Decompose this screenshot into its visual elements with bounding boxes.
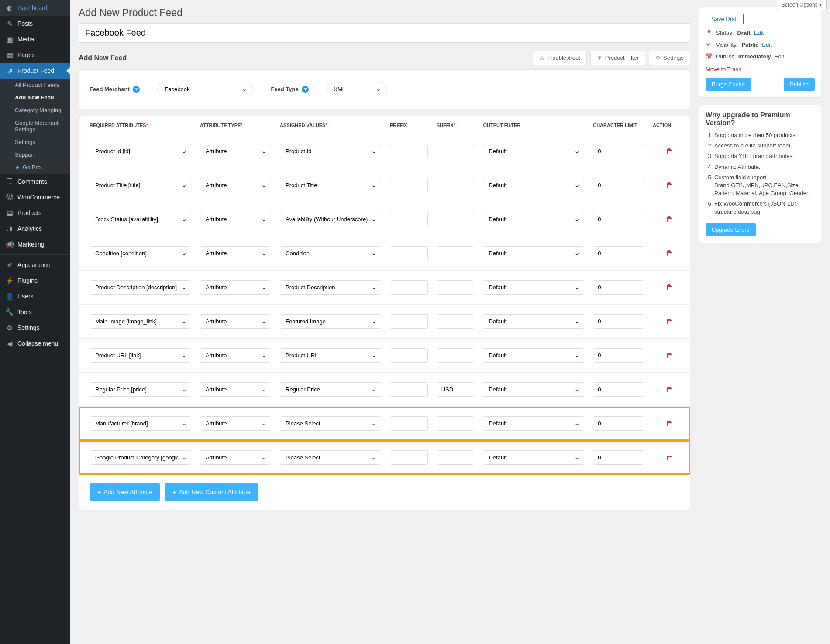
suffix-input[interactable] [437, 450, 475, 465]
submenu-item-settings[interactable]: Settings [0, 136, 70, 148]
trash-icon[interactable]: 🗑 [666, 216, 673, 223]
output-filter-select[interactable]: Default [483, 212, 584, 226]
prefix-input[interactable] [390, 314, 428, 329]
menu-item-product-feed[interactable]: ⇗Product Feed [0, 63, 70, 79]
trash-icon[interactable]: 🗑 [666, 352, 673, 359]
prefix-input[interactable] [390, 212, 428, 226]
menu-item-plugins[interactable]: ⚡Plugins [0, 273, 70, 288]
output-filter-select[interactable]: Default [483, 280, 584, 295]
output-filter-select[interactable]: Default [483, 144, 584, 158]
menu-item-marketing[interactable]: 📢Marketing [0, 236, 70, 252]
char-limit-input[interactable] [593, 246, 644, 260]
menu-item-media[interactable]: ▣Media [0, 31, 70, 47]
save-draft-button[interactable]: Save Draft [706, 14, 744, 24]
menu-item-analytics[interactable]: ⫾⫾Analytics [0, 221, 70, 236]
required-attr-select[interactable]: Main Image [image_link] [90, 314, 191, 329]
add-attribute-button[interactable]: +Add New Attribute [90, 483, 160, 501]
trash-icon[interactable]: 🗑 [666, 318, 673, 325]
feed-merchant-select[interactable]: Facebook [157, 82, 253, 96]
menu-item-posts[interactable]: ✎Posts [0, 16, 70, 31]
prefix-input[interactable] [390, 348, 428, 363]
prefix-input[interactable] [390, 416, 428, 431]
required-attr-select[interactable]: Manufacturer [brand] [90, 416, 191, 431]
trash-icon[interactable]: 🗑 [666, 182, 673, 189]
suffix-input[interactable] [437, 212, 475, 226]
suffix-input[interactable] [437, 348, 475, 363]
output-filter-select[interactable]: Default [483, 382, 584, 397]
submenu-item-category-mapping[interactable]: Category Mapping [0, 104, 70, 116]
edit-publish-link[interactable]: Edit [775, 53, 784, 60]
trash-icon[interactable]: 🗑 [666, 454, 673, 461]
prefix-input[interactable] [390, 382, 428, 397]
menu-item-appearance[interactable]: ✐Appearance [0, 257, 70, 273]
attr-type-select[interactable]: Attribute [200, 348, 271, 363]
suffix-input[interactable] [437, 178, 475, 192]
upgrade-to-pro-button[interactable]: Upgrade to pro [706, 223, 756, 236]
required-attr-select[interactable]: Product Description [description] [90, 280, 191, 295]
attr-type-select[interactable]: Attribute [200, 450, 271, 465]
output-filter-select[interactable]: Default [483, 450, 584, 465]
suffix-input[interactable] [437, 416, 475, 431]
suffix-input[interactable] [437, 144, 475, 158]
prefix-input[interactable] [390, 178, 428, 192]
required-attr-select[interactable]: Condition [condition] [90, 246, 191, 260]
edit-visibility-link[interactable]: Edit [762, 41, 771, 48]
assigned-value-select[interactable]: Product Description [280, 280, 381, 295]
attr-type-select[interactable]: Attribute [200, 246, 271, 260]
assigned-value-select[interactable]: Product Title [280, 178, 381, 192]
menu-item-tools[interactable]: 🔧Tools [0, 304, 70, 320]
feed-type-select[interactable]: XML [326, 82, 387, 96]
menu-item-comments[interactable]: 🗨Comments [0, 174, 70, 189]
attr-type-select[interactable]: Attribute [200, 280, 271, 295]
trash-icon[interactable]: 🗑 [666, 284, 673, 291]
product-filter-button[interactable]: ▼Product Filter [590, 51, 645, 65]
required-attr-select[interactable]: Regular Price [price] [90, 382, 191, 397]
required-attr-select[interactable]: Product URL [link] [90, 348, 191, 363]
add-custom-attribute-button[interactable]: +Add New Custom Attribute [165, 483, 258, 501]
trash-icon[interactable]: 🗑 [666, 250, 673, 257]
attr-type-select[interactable]: Attribute [200, 144, 271, 158]
char-limit-input[interactable] [593, 178, 644, 192]
output-filter-select[interactable]: Default [483, 314, 584, 329]
suffix-input[interactable] [437, 382, 475, 397]
suffix-input[interactable] [437, 246, 475, 260]
required-attr-select[interactable]: Product Title [title] [90, 178, 191, 192]
assigned-value-select[interactable]: Regular Price [280, 382, 381, 397]
menu-item-dashboard[interactable]: ◐Dashboard [0, 0, 70, 16]
assigned-value-select[interactable]: Condition [280, 246, 381, 260]
trash-icon[interactable]: 🗑 [666, 420, 673, 427]
edit-status-link[interactable]: Edit [754, 30, 764, 36]
assigned-value-select[interactable]: Availability (Without Underscore) [280, 212, 381, 226]
char-limit-input[interactable] [593, 416, 644, 431]
attr-type-select[interactable]: Attribute [200, 382, 271, 397]
suffix-input[interactable] [437, 314, 475, 329]
char-limit-input[interactable] [593, 212, 644, 226]
submenu-item-all-product-feeds[interactable]: All Product Feeds [0, 79, 70, 91]
feed-title-input[interactable] [79, 23, 690, 43]
submenu-item-support[interactable]: Support [0, 148, 70, 161]
trash-icon[interactable]: 🗑 [666, 386, 673, 393]
troubleshoot-button[interactable]: ⚠Troubleshoot [533, 51, 586, 65]
required-attr-select[interactable]: Google Product Category [google_product_… [90, 450, 191, 465]
output-filter-select[interactable]: Default [483, 246, 584, 260]
trash-icon[interactable]: 🗑 [666, 147, 673, 155]
menu-item-users[interactable]: 👤Users [0, 288, 70, 304]
prefix-input[interactable] [390, 246, 428, 260]
submenu-item-go-pro[interactable]: ★Go Pro [0, 161, 70, 174]
prefix-input[interactable] [390, 144, 428, 158]
menu-item-woocommerce[interactable]: ⓌWooCommerce [0, 189, 70, 205]
char-limit-input[interactable] [593, 144, 644, 158]
screen-options-button[interactable]: Screen Options ▾ [777, 0, 827, 10]
help-icon[interactable]: ? [133, 86, 140, 93]
assigned-value-select[interactable]: Please Select [280, 416, 381, 431]
attr-type-select[interactable]: Attribute [200, 416, 271, 431]
assigned-value-select[interactable]: Please Select [280, 450, 381, 465]
prefix-input[interactable] [390, 280, 428, 295]
suffix-input[interactable] [437, 280, 475, 295]
assigned-value-select[interactable]: Product Id [280, 144, 381, 158]
menu-item-settings[interactable]: ⚙Settings [0, 320, 70, 336]
char-limit-input[interactable] [593, 450, 644, 465]
menu-item-products[interactable]: ⬓Products [0, 205, 70, 221]
required-attr-select[interactable]: Stock Status [availability] [90, 212, 191, 226]
required-attr-select[interactable]: Product Id [id] [90, 144, 191, 158]
